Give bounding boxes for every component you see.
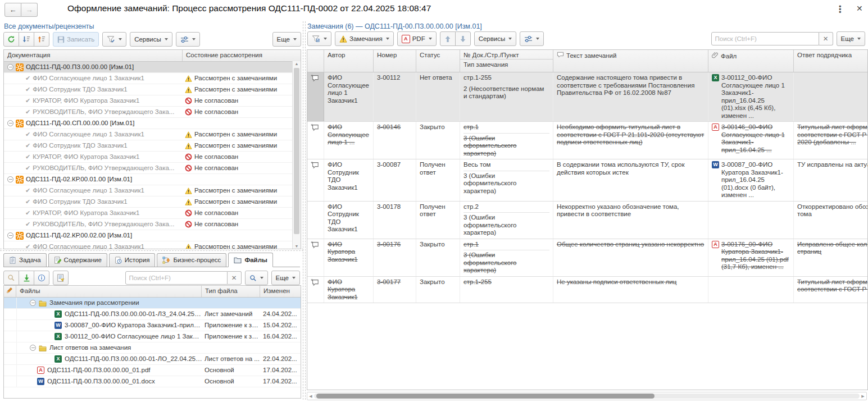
remarks-horizontal-scrollbar[interactable]: ◀ ▶ [307, 392, 867, 400]
remark-text-cell: Содержание настоящего тома привести в со… [553, 72, 708, 121]
files-search-input[interactable] [125, 271, 228, 285]
doc-reviewer-row[interactable]: ✔КУРАТОР, ФИО Куратора Заказчик1Не согла… [4, 208, 301, 219]
caret-icon [386, 38, 389, 40]
file-row[interactable]: XОДС111-ПД-00.ПЗ.00.00.00-01-ЛЗ_24.04.25… [4, 309, 301, 320]
more-menu-icon[interactable]: ••• [839, 5, 842, 13]
remarks-filter-button[interactable] [307, 31, 331, 46]
collapse-icon[interactable] [30, 300, 36, 306]
files-search-button[interactable] [245, 271, 268, 285]
column-header-author[interactable]: Автор [324, 50, 374, 72]
sort-ascending-button[interactable] [34, 32, 49, 47]
tab-history[interactable]: История [109, 253, 156, 267]
download-file-button[interactable] [19, 271, 34, 285]
file-info-button[interactable] [34, 271, 49, 285]
doc-reviewer-row[interactable]: ✔ФИО Согласующее лицо 1 Заказчик1Рассмот… [4, 241, 301, 249]
tab-task[interactable]: Задача [3, 253, 47, 267]
doc-group-row[interactable]: ОДС111-ПД-02.КР.00.01.00 [Изм.01] [4, 174, 301, 185]
documents-tree-scrollbar[interactable]: ▲ ▼ [292, 61, 301, 249]
column-header-number[interactable]: Номер [374, 50, 416, 72]
pdf-button[interactable]: A PDF [397, 31, 437, 46]
remark-row[interactable]: ФИО Согласующее лицо 1 Заказчик13-00112Н… [307, 72, 867, 122]
column-header-changed[interactable]: Изменен [260, 286, 301, 297]
doc-reviewer-row[interactable]: ✔ФИО Согласующее лицо 1 Заказчик1Рассмот… [4, 73, 301, 84]
remark-row[interactable]: ФИО Сотрудник ТДО Заказчик13-00087Получе… [307, 159, 867, 202]
remark-row[interactable]: ФИО Согласующее лицо 1 ...3-00146Закрыто… [307, 122, 867, 159]
doc-reviewer-row[interactable]: ✔РУКОВОДИТЕЛЬ, ФИО Утверждающего Зака...… [4, 219, 301, 230]
forward-button[interactable]: → [21, 3, 38, 17]
doc-reviewer-row[interactable]: ✔ФИО Согласующее лицо 1 Заказчик1Рассмот… [4, 185, 301, 196]
column-header-files[interactable]: Файлы [16, 286, 202, 297]
doc-reviewer-row[interactable]: ✔ФИО Сотрудник ТДО Заказчик1Рассмотрен с… [4, 140, 301, 152]
files-search-clear-icon[interactable]: ✕ [228, 271, 242, 285]
file-type-cell: Основной [202, 376, 261, 387]
column-header-status[interactable]: Статус [416, 50, 460, 72]
horizontal-splitter[interactable] [0, 249, 303, 251]
remarks-more-button[interactable]: Еще [837, 31, 865, 46]
remarks-menu-button[interactable]: Замечания [335, 31, 394, 46]
collapse-icon[interactable] [7, 64, 13, 70]
reviewer-state-label: Рассмотрен с замечаниями [194, 84, 277, 95]
documents-tree-table: Документация Состояние рассмотрения ОДС1… [3, 49, 301, 249]
collapse-icon[interactable] [30, 345, 36, 351]
scroll-right-icon[interactable]: ▶ [860, 394, 866, 399]
back-button[interactable]: ← [4, 3, 21, 17]
close-icon[interactable]: ✕ [856, 4, 863, 13]
doc-reviewer-row[interactable]: ✔РУКОВОДИТЕЛЬ, ФИО Утверждающего Зака...… [4, 107, 301, 118]
edit-journal-button[interactable] [53, 271, 69, 285]
file-group-row[interactable]: Лист ответов на замечания [4, 342, 301, 354]
remark-row[interactable]: ФИО Сотрудник ТДО Заказчик13-00178Получе… [307, 202, 867, 239]
column-header-documentation[interactable]: Документация [4, 50, 183, 61]
tab-content[interactable]: Содержание [48, 253, 107, 267]
doc-group-row[interactable]: ОДС111-ПД-02.КР.00.02.00 [Изм.01] [4, 230, 301, 241]
remarks-services-button[interactable]: Сервисы [474, 31, 517, 46]
vertical-splitter[interactable] [303, 21, 306, 400]
tab-files[interactable]: Файлы [228, 253, 272, 267]
remarks-search-clear-icon[interactable]: ✕ [819, 32, 833, 45]
collapse-icon[interactable] [7, 120, 13, 126]
column-header-doc-type[interactable]: № Док./Стр./Пункт Тип замечания [460, 50, 553, 72]
remark-row[interactable]: ФИО Куратора Заказчик13-00176Закрытостр.… [307, 239, 867, 277]
doc-reviewer-row[interactable]: ✔ФИО Сотрудник ТДО Заказчик1Рассмотрен с… [4, 196, 301, 208]
column-header-review-state[interactable]: Состояние рассмотрения [183, 50, 301, 61]
left-more-button[interactable]: Еще [272, 32, 301, 47]
move-down-button[interactable] [455, 31, 471, 46]
file-row[interactable]: XОДС111-ПД-00.ПЗ.00.00.00-01-ЛО_22.04.25… [4, 354, 301, 365]
collapse-icon[interactable] [7, 176, 13, 182]
column-header-filetype[interactable]: Тип файла [202, 286, 260, 297]
sort-descending-button[interactable] [19, 32, 34, 47]
remarks-view-settings-button[interactable] [520, 31, 544, 46]
tab-bp[interactable]: Бизнес-процесс [157, 253, 226, 267]
doc-reviewer-row[interactable]: ✔КУРАТОР, ФИО Куратора Заказчик1Не согла… [4, 152, 301, 163]
column-header-text[interactable]: Текст замечаний [553, 50, 708, 72]
column-header-edit[interactable] [4, 286, 16, 297]
view-settings-button[interactable] [176, 32, 200, 47]
collapse-icon[interactable] [7, 232, 13, 239]
remark-row[interactable]: ФИО Куратора Заказчик13-00177Закрытостр.… [307, 277, 867, 304]
doc-group-row[interactable]: ОДС111-ПД-00.ПЗ.00.00.00 [Изм.01] [4, 62, 301, 73]
move-up-button[interactable] [440, 31, 456, 46]
file-row[interactable]: W3-00087_00-ФИО Куратора Заказчик1-прил_… [4, 320, 301, 331]
refresh-button[interactable] [3, 32, 19, 47]
file-row[interactable]: AОДС111-ПД-00.ПЗ.00.00.00_01.pdfОсновной… [4, 365, 301, 376]
doc-group-row[interactable]: ОДС111-ПД-00.СП.00.00.00 [Изм.01] [4, 118, 301, 129]
file-row[interactable]: WОДС111-ПД-00.ПЗ.00.00.00_01.docxОсновно… [4, 376, 301, 387]
scroll-left-icon[interactable]: ◀ [307, 394, 314, 399]
doc-reviewer-row[interactable]: ✔ФИО Сотрудник ТДО Заказчик1Рассмотрен с… [4, 84, 301, 95]
services-button[interactable]: Сервисы [130, 32, 172, 47]
file-row[interactable]: X3-00112_00-ФИО Согласующее лицо 1 Заказ… [4, 331, 301, 342]
doc-reviewer-row[interactable]: ✔РУКОВОДИТЕЛЬ, ФИО Утверждающего Зака...… [4, 163, 301, 174]
doc-group-name-cell: ОДС111-ПД-02.КР.00.01.00 [Изм.01] [4, 174, 183, 185]
column-header-remark-type[interactable]: Тип замечания [460, 60, 553, 70]
doc-reviewer-row[interactable]: ✔КУРАТОР, ФИО Куратора Заказчик1Не согла… [4, 95, 301, 107]
column-header-file[interactable]: Файл [708, 50, 794, 72]
file-group-row[interactable]: Замечания при рассмотрении [4, 298, 301, 309]
filter-button[interactable] [102, 32, 126, 47]
files-more-button[interactable]: Еще [271, 271, 300, 285]
column-header-doc[interactable]: № Док./Стр./Пункт [460, 50, 553, 60]
column-header-answer[interactable]: Ответ подрядчика [794, 50, 868, 72]
doc-reviewer-row[interactable]: ✔ФИО Согласующее лицо 1 Заказчик1Рассмот… [4, 129, 301, 140]
column-header-remark-icon[interactable] [307, 50, 324, 72]
remarks-search-input[interactable] [711, 32, 819, 45]
preview-file-button[interactable] [3, 271, 19, 285]
save-button[interactable]: Записать [53, 32, 99, 47]
